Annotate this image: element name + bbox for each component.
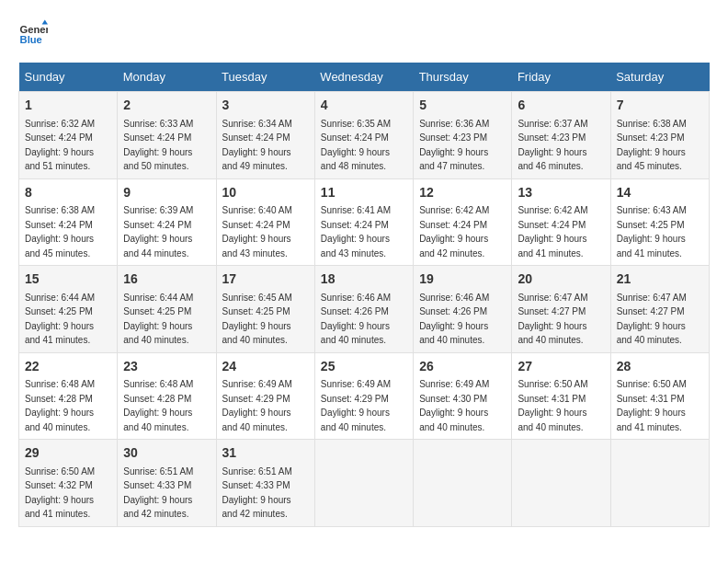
calendar-cell: 17Sunrise: 6:45 AMSunset: 4:25 PMDayligh… (216, 266, 314, 353)
cell-info: Sunrise: 6:45 AMSunset: 4:25 PMDaylight:… (222, 293, 292, 346)
day-number: 22 (25, 358, 111, 376)
cell-info: Sunrise: 6:49 AMSunset: 4:29 PMDaylight:… (321, 379, 391, 432)
cell-info: Sunrise: 6:47 AMSunset: 4:27 PMDaylight:… (518, 293, 587, 346)
day-number: 17 (222, 270, 309, 289)
day-number: 31 (222, 444, 309, 463)
cell-info: Sunrise: 6:41 AMSunset: 4:24 PMDaylight:… (321, 205, 391, 259)
calendar-cell: 2Sunrise: 6:33 AMSunset: 4:24 PMDaylight… (118, 92, 216, 179)
col-thursday: Thursday (414, 63, 512, 92)
day-number: 23 (123, 358, 210, 376)
calendar-week-5: 29Sunrise: 6:50 AMSunset: 4:32 PMDayligh… (19, 440, 710, 527)
header-row: Sunday Monday Tuesday Wednesday Thursday… (19, 63, 710, 92)
calendar-cell: 7Sunrise: 6:38 AMSunset: 4:23 PMDaylight… (610, 92, 709, 179)
col-friday: Friday (512, 63, 610, 92)
day-number: 6 (518, 97, 604, 115)
day-number: 5 (419, 97, 506, 115)
cell-info: Sunrise: 6:46 AMSunset: 4:26 PMDaylight:… (419, 293, 489, 346)
cell-info: Sunrise: 6:44 AMSunset: 4:25 PMDaylight:… (25, 293, 95, 346)
col-tuesday: Tuesday (216, 63, 314, 92)
svg-text:General: General (20, 24, 48, 35)
cell-info: Sunrise: 6:51 AMSunset: 4:33 PMDaylight:… (222, 466, 292, 520)
calendar-week-3: 15Sunrise: 6:44 AMSunset: 4:25 PMDayligh… (19, 266, 710, 353)
cell-info: Sunrise: 6:44 AMSunset: 4:25 PMDaylight:… (123, 293, 193, 346)
cell-info: Sunrise: 6:42 AMSunset: 4:24 PMDaylight:… (419, 205, 489, 259)
calendar-cell (314, 440, 413, 527)
day-number: 28 (617, 358, 703, 376)
day-number: 8 (25, 184, 111, 202)
calendar-cell: 12Sunrise: 6:42 AMSunset: 4:24 PMDayligh… (414, 178, 512, 266)
calendar-cell: 8Sunrise: 6:38 AMSunset: 4:24 PMDaylight… (19, 178, 118, 266)
day-number: 21 (617, 270, 703, 289)
calendar-table: Sunday Monday Tuesday Wednesday Thursday… (18, 63, 710, 527)
logo-icon: General Blue (18, 18, 48, 48)
cell-info: Sunrise: 6:50 AMSunset: 4:31 PMDaylight:… (617, 379, 687, 432)
calendar-cell: 14Sunrise: 6:43 AMSunset: 4:25 PMDayligh… (610, 178, 709, 266)
day-number: 14 (617, 184, 703, 202)
cell-info: Sunrise: 6:35 AMSunset: 4:24 PMDaylight:… (321, 119, 391, 172)
calendar-cell (414, 440, 512, 527)
day-number: 18 (321, 270, 407, 289)
day-number: 24 (222, 358, 309, 376)
cell-info: Sunrise: 6:50 AMSunset: 4:32 PMDaylight:… (25, 466, 95, 520)
calendar-cell: 1Sunrise: 6:32 AMSunset: 4:24 PMDaylight… (19, 92, 118, 179)
cell-info: Sunrise: 6:37 AMSunset: 4:23 PMDaylight:… (518, 119, 587, 172)
cell-info: Sunrise: 6:47 AMSunset: 4:27 PMDaylight:… (617, 293, 687, 346)
cell-info: Sunrise: 6:48 AMSunset: 4:28 PMDaylight:… (25, 379, 95, 432)
calendar-cell: 4Sunrise: 6:35 AMSunset: 4:24 PMDaylight… (314, 92, 413, 179)
day-number: 27 (518, 358, 604, 376)
day-number: 10 (222, 184, 309, 202)
day-number: 1 (25, 97, 111, 115)
calendar-cell: 23Sunrise: 6:48 AMSunset: 4:28 PMDayligh… (118, 352, 216, 440)
cell-info: Sunrise: 6:38 AMSunset: 4:23 PMDaylight:… (617, 119, 687, 172)
day-number: 11 (321, 184, 407, 202)
col-saturday: Saturday (610, 63, 709, 92)
day-number: 13 (518, 184, 604, 202)
day-number: 9 (123, 184, 210, 202)
calendar-cell: 3Sunrise: 6:34 AMSunset: 4:24 PMDaylight… (216, 92, 314, 179)
cell-info: Sunrise: 6:40 AMSunset: 4:24 PMDaylight:… (222, 205, 292, 259)
cell-info: Sunrise: 6:43 AMSunset: 4:25 PMDaylight:… (617, 205, 687, 259)
calendar-cell (512, 440, 610, 527)
svg-text:Blue: Blue (20, 34, 42, 45)
calendar-cell: 31Sunrise: 6:51 AMSunset: 4:33 PMDayligh… (216, 440, 314, 527)
calendar-cell: 5Sunrise: 6:36 AMSunset: 4:23 PMDaylight… (414, 92, 512, 179)
cell-info: Sunrise: 6:38 AMSunset: 4:24 PMDaylight:… (25, 205, 95, 259)
calendar-cell: 25Sunrise: 6:49 AMSunset: 4:29 PMDayligh… (314, 352, 413, 440)
col-sunday: Sunday (19, 63, 118, 92)
calendar-cell: 11Sunrise: 6:41 AMSunset: 4:24 PMDayligh… (314, 178, 413, 266)
day-number: 29 (25, 444, 111, 463)
calendar-cell: 6Sunrise: 6:37 AMSunset: 4:23 PMDaylight… (512, 92, 610, 179)
svg-marker-2 (42, 20, 48, 25)
day-number: 4 (321, 97, 407, 115)
calendar-cell: 13Sunrise: 6:42 AMSunset: 4:24 PMDayligh… (512, 178, 610, 266)
cell-info: Sunrise: 6:33 AMSunset: 4:24 PMDaylight:… (123, 119, 193, 172)
day-number: 3 (222, 97, 309, 115)
cell-info: Sunrise: 6:39 AMSunset: 4:24 PMDaylight:… (123, 205, 193, 259)
day-number: 30 (123, 444, 210, 463)
day-number: 16 (123, 270, 210, 289)
calendar-cell: 28Sunrise: 6:50 AMSunset: 4:31 PMDayligh… (610, 352, 709, 440)
day-number: 2 (123, 97, 210, 115)
cell-info: Sunrise: 6:42 AMSunset: 4:24 PMDaylight:… (518, 205, 587, 259)
day-number: 12 (419, 184, 506, 202)
calendar-cell: 15Sunrise: 6:44 AMSunset: 4:25 PMDayligh… (19, 266, 118, 353)
calendar-cell: 22Sunrise: 6:48 AMSunset: 4:28 PMDayligh… (19, 352, 118, 440)
cell-info: Sunrise: 6:50 AMSunset: 4:31 PMDaylight:… (518, 379, 587, 432)
calendar-cell: 24Sunrise: 6:49 AMSunset: 4:29 PMDayligh… (216, 352, 314, 440)
calendar-cell: 16Sunrise: 6:44 AMSunset: 4:25 PMDayligh… (118, 266, 216, 353)
day-number: 19 (419, 270, 506, 289)
calendar-cell: 9Sunrise: 6:39 AMSunset: 4:24 PMDaylight… (118, 178, 216, 266)
col-monday: Monday (118, 63, 216, 92)
calendar-cell: 29Sunrise: 6:50 AMSunset: 4:32 PMDayligh… (19, 440, 118, 527)
cell-info: Sunrise: 6:36 AMSunset: 4:23 PMDaylight:… (419, 119, 489, 172)
calendar-week-1: 1Sunrise: 6:32 AMSunset: 4:24 PMDaylight… (19, 92, 710, 179)
calendar-cell: 19Sunrise: 6:46 AMSunset: 4:26 PMDayligh… (414, 266, 512, 353)
calendar-week-2: 8Sunrise: 6:38 AMSunset: 4:24 PMDaylight… (19, 178, 710, 266)
calendar-cell: 20Sunrise: 6:47 AMSunset: 4:27 PMDayligh… (512, 266, 610, 353)
cell-info: Sunrise: 6:51 AMSunset: 4:33 PMDaylight:… (123, 466, 193, 520)
calendar-cell: 30Sunrise: 6:51 AMSunset: 4:33 PMDayligh… (118, 440, 216, 527)
cell-info: Sunrise: 6:46 AMSunset: 4:26 PMDaylight:… (321, 293, 391, 346)
col-wednesday: Wednesday (314, 63, 413, 92)
calendar-cell: 27Sunrise: 6:50 AMSunset: 4:31 PMDayligh… (512, 352, 610, 440)
calendar-cell: 26Sunrise: 6:49 AMSunset: 4:30 PMDayligh… (414, 352, 512, 440)
